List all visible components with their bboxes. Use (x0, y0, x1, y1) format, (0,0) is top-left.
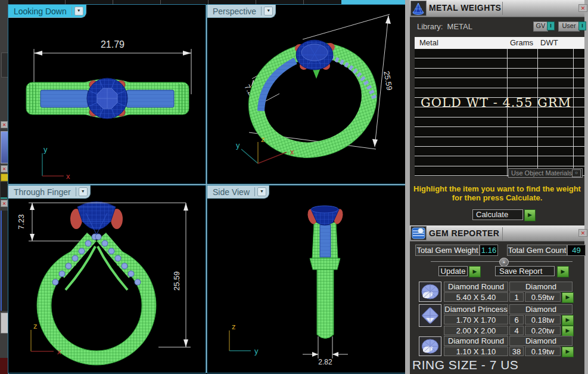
library-label: Library: METAL (417, 22, 472, 31)
calculate-button[interactable]: Calculate (472, 209, 523, 220)
viewport-title-dropdown[interactable]: Looking Down ▼ (8, 5, 86, 18)
gv-toggle-indicator[interactable]: I (547, 21, 555, 30)
clipped-close-button[interactable]: ✕ (1, 165, 8, 172)
gem-reporter-icon (410, 226, 427, 240)
svg-text:z: z (232, 322, 236, 331)
gem-go-button[interactable]: ▶ (562, 326, 574, 336)
chevron-down-icon[interactable]: ▼ (257, 187, 266, 196)
layout-tab[interactable] (65, 0, 113, 5)
user-button[interactable]: User (558, 21, 580, 32)
active-layout-tab[interactable] (341, 0, 405, 5)
layout-tab[interactable] (256, 0, 304, 5)
viewport-canvas-side-view[interactable]: 2.82 z y (207, 186, 405, 373)
save-report-button[interactable]: Save Report (495, 266, 555, 276)
close-icon[interactable]: ✕ (578, 229, 587, 237)
gem-name-cell[interactable]: Diamond Princess (444, 304, 508, 314)
gem-count-cell[interactable]: 1 (509, 292, 524, 302)
axis-indicator: y x (42, 145, 70, 181)
calculate-instruction: Highlight the item you want to find the … (410, 184, 584, 202)
gem-size-cell[interactable]: 5.40 X 5.40 (444, 292, 508, 302)
gem-size-cell[interactable]: 2.00 X 2.00 (444, 326, 508, 335)
round-gem-icon[interactable] (419, 336, 441, 356)
ring-side-profile (306, 206, 344, 339)
clipped-close-button[interactable]: ✕ (1, 121, 8, 128)
gem-size-cell[interactable]: 1.70 X 1.70 (444, 315, 508, 324)
gem-count-cell[interactable]: 6 (509, 315, 524, 324)
column-header-dwt: DWT (540, 37, 558, 49)
update-go-button[interactable]: ▶ (469, 266, 481, 277)
svg-text:y: y (43, 145, 48, 154)
viewport-looking-down: Looking Down ▼ 21.79 (8, 5, 206, 184)
svg-text:z: z (261, 135, 265, 144)
viewport-perspective: Perspective ▼ 25.59 7.23 (207, 5, 405, 184)
gem-size-cell[interactable]: 1.10 X 1.10 (444, 347, 508, 356)
update-button[interactable]: Update (438, 266, 468, 276)
gem-weight-cell[interactable]: 0.20tw (525, 326, 561, 335)
gem-name-cell[interactable]: Diamond Round (444, 282, 508, 292)
viewport-title: Looking Down (14, 7, 67, 16)
viewport-canvas-through-finger[interactable]: 7.23 25.59 z x (8, 186, 206, 373)
svg-text:z: z (33, 322, 38, 330)
use-object-materials-label: Use Object Materials (511, 169, 572, 177)
clipped-close-button[interactable]: ✕ (1, 200, 8, 207)
gem-weight-cell[interactable]: 0.19tw (525, 347, 561, 356)
clipped-swatch (1, 174, 8, 181)
panel-splitter-handle[interactable]: ▲ (499, 258, 509, 267)
svg-text:25.59: 25.59 (172, 271, 181, 291)
svg-text:2.82: 2.82 (318, 358, 332, 366)
layout-tab[interactable] (8, 0, 66, 5)
gem-material-cell[interactable]: Diamond (509, 304, 573, 314)
divider (76, 187, 76, 196)
gem-go-button[interactable]: ▶ (562, 347, 574, 357)
round-gem-icon[interactable] (419, 282, 441, 302)
gem-go-button[interactable]: ▶ (562, 315, 574, 326)
calculate-go-button[interactable]: ▶ (524, 209, 536, 221)
layout-tab[interactable] (208, 0, 256, 5)
gem-weight-cell[interactable]: 0.59tw (525, 292, 561, 302)
svg-text:21.79: 21.79 (101, 39, 125, 50)
use-object-materials-toggle[interactable]: Use Object Materials ○ (508, 168, 583, 178)
gem-count-cell[interactable]: 4 (509, 326, 524, 335)
divider (261, 7, 262, 16)
user-toggle-indicator[interactable]: I (578, 21, 586, 30)
viewport-canvas-looking-down[interactable]: 21.79 y x (8, 5, 206, 184)
layout-tab[interactable] (160, 0, 209, 5)
chevron-down-icon[interactable]: ▼ (74, 7, 83, 16)
axis-indicator: z y (229, 322, 259, 356)
viewport-title: Through Finger (14, 187, 71, 197)
center-stone (77, 202, 116, 230)
save-report-go-button[interactable]: ▶ (557, 266, 569, 277)
column-divider (507, 49, 508, 177)
library-caption: Library: (417, 22, 443, 31)
total-gem-count-value: 49 (567, 245, 586, 256)
divider (502, 227, 503, 240)
gv-button[interactable]: GV (533, 21, 548, 32)
gem-material-cell[interactable]: Diamond (509, 336, 573, 346)
gem-go-button[interactable]: ▶ (562, 292, 574, 303)
chevron-down-icon[interactable]: ▼ (264, 7, 273, 16)
panel-title: METAL WEIGHTS (429, 3, 501, 13)
column-header-grams: Grams (510, 37, 533, 49)
clipped-button[interactable] (1, 313, 8, 333)
close-icon[interactable]: ✕ (578, 4, 587, 12)
gem-name-cell[interactable]: Diamond Round (444, 336, 508, 346)
gold-weight-overlay: GOLD WT - 4.55 GRM (421, 95, 571, 110)
chevron-down-icon[interactable]: ▼ (79, 187, 88, 196)
svg-text:y: y (236, 141, 240, 150)
layout-tab[interactable] (113, 0, 161, 5)
column-divider (537, 49, 538, 177)
divider (254, 187, 255, 196)
metal-table-body[interactable] (415, 49, 584, 177)
ring-top-view (26, 78, 189, 119)
viewport-title-dropdown[interactable]: Side View ▼ (207, 186, 269, 199)
princess-gem-icon[interactable] (419, 304, 441, 327)
viewport-canvas-perspective[interactable]: 25.59 7.23 (207, 5, 405, 184)
gem-count-cell[interactable]: 38 (509, 347, 524, 356)
radio-icon[interactable]: ○ (572, 169, 581, 177)
viewport-title-dropdown[interactable]: Through Finger ▼ (8, 186, 91, 199)
gem-weight-cell[interactable]: 0.18tw (525, 315, 561, 324)
gem-material-cell[interactable]: Diamond (509, 282, 573, 292)
viewport-title-dropdown[interactable]: Perspective ▼ (207, 5, 276, 18)
clipped-block (1, 182, 7, 199)
divider (71, 7, 72, 16)
